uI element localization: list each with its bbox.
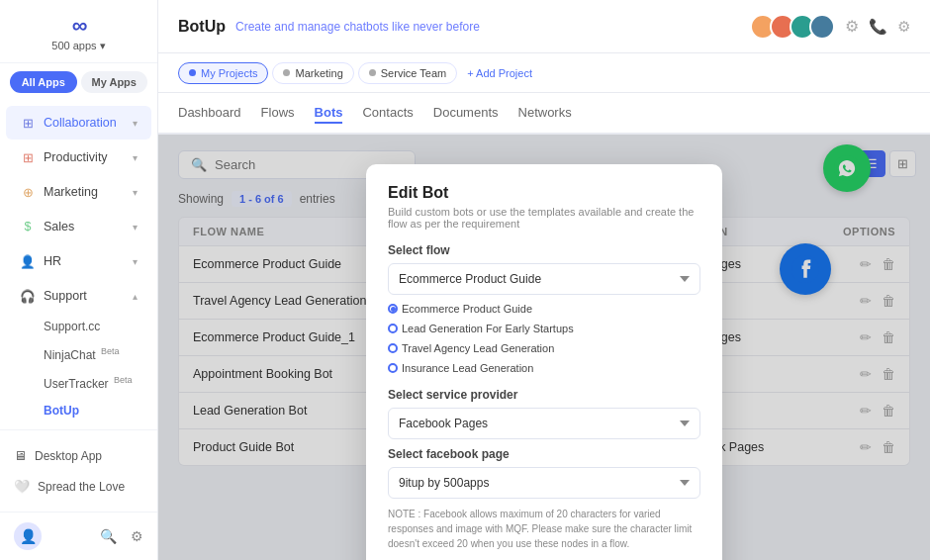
- main-nav-tabs: Dashboard Flows Bots Contacts Documents …: [158, 93, 930, 135]
- grid-icon: ⊞: [20, 149, 36, 165]
- dollar-icon: $: [20, 219, 36, 234]
- apps-dropdown[interactable]: 500 apps ▾: [51, 40, 105, 52]
- sidebar-item-label: Support: [44, 289, 125, 303]
- grid-icon: ⊞: [20, 115, 36, 131]
- beta-badge: Beta: [114, 375, 133, 385]
- headset-icon: 🎧: [20, 288, 36, 304]
- modal-overlay: Edit Bot Build custom bots or use the te…: [158, 135, 930, 560]
- sidebar-item-label: Productivity: [44, 150, 125, 164]
- project-tab-serviceteam[interactable]: Service Team: [358, 62, 457, 84]
- support-submenu: Support.cc NinjaChat Beta UserTracker Be…: [0, 314, 157, 423]
- sidebar-item-hr[interactable]: 👤 HR ▾: [6, 244, 151, 278]
- sidebar-item-botup[interactable]: BotUp: [34, 398, 151, 423]
- all-apps-tab[interactable]: All Apps: [10, 71, 77, 93]
- tab-dashboard[interactable]: Dashboard: [178, 105, 241, 124]
- modal-note: NOTE : Facebook allows maximum of 20 cha…: [388, 507, 700, 551]
- radio-option-1[interactable]: Lead Generation For Early Startups: [388, 323, 574, 334]
- person-icon: 👤: [20, 253, 36, 269]
- sidebar-item-collaboration[interactable]: ⊞ Collaboration ▾: [6, 106, 151, 140]
- monitor-icon: 🖥: [14, 448, 27, 463]
- sidebar-item-sales[interactable]: $ Sales ▾: [6, 210, 151, 243]
- sidebar-item-ninjachat[interactable]: NinjaChat Beta: [34, 340, 151, 368]
- tab-documents[interactable]: Documents: [433, 105, 499, 124]
- search-footer-icon[interactable]: 🔍: [100, 528, 117, 544]
- logo-icon: ∞: [61, 16, 97, 36]
- tab-dot: [369, 69, 376, 76]
- radio-dot: [388, 324, 398, 333]
- chevron-icon: ▾: [133, 256, 138, 267]
- sidebar-item-label: Collaboration: [44, 116, 125, 130]
- modal-subtitle: Build custom bots or use the templates a…: [388, 206, 700, 230]
- tab-contacts[interactable]: Contacts: [362, 105, 413, 124]
- chevron-icon: ▴: [133, 291, 138, 302]
- sidebar: ∞ 500 apps ▾ All Apps My Apps ⊞ Collabor…: [0, 0, 158, 560]
- select-flow-label: Select flow: [388, 243, 700, 257]
- logo-symbol: ∞: [72, 13, 86, 39]
- bots-content: ☰ ⊞ 🔍 Showing 1 - 6 of 6 entries FLOW NA…: [158, 135, 930, 560]
- tab-bots[interactable]: Bots: [315, 105, 343, 124]
- spread-love-label: Spread the Love: [38, 480, 125, 494]
- select-fb-label: Select facebook page: [388, 447, 700, 461]
- tab-flows[interactable]: Flows: [261, 105, 295, 124]
- desktop-label: Desktop App: [35, 449, 102, 463]
- radio-dot: [388, 304, 398, 314]
- select-flow-dropdown[interactable]: Ecommerce Product Guide: [388, 263, 700, 295]
- avatar: [809, 14, 835, 40]
- radio-dot: [388, 363, 398, 373]
- sidebar-item-productivity[interactable]: ⊞ Productivity ▾: [6, 140, 151, 174]
- logo-area: ∞ 500 apps ▾: [0, 0, 157, 63]
- radio-dot: [388, 343, 398, 353]
- heart-icon: 🤍: [14, 479, 30, 494]
- select-provider-label: Select service provider: [388, 388, 700, 402]
- radio-option-0[interactable]: Ecommerce Product Guide: [388, 303, 532, 315]
- sidebar-nav: ⊞ Collaboration ▾ ⊞ Productivity ▾ ⊕ Mar…: [0, 101, 157, 429]
- project-tab-marketing[interactable]: Marketing: [272, 62, 353, 84]
- app-title: BotUp: [178, 18, 226, 36]
- sidebar-footer-items: 🖥 Desktop App 🤍 Spread the Love: [0, 429, 157, 512]
- tab-networks[interactable]: Networks: [518, 105, 572, 124]
- tag-icon: ⊕: [20, 184, 36, 200]
- sidebar-item-label: Sales: [44, 220, 125, 233]
- project-tabs-bar: My Projects Marketing Service Team + Add…: [158, 53, 930, 93]
- user-avatar[interactable]: 👤: [14, 522, 42, 550]
- project-tab-myprojects[interactable]: My Projects: [178, 62, 268, 84]
- gear-icon[interactable]: ⚙: [897, 18, 910, 36]
- sidebar-item-label: HR: [44, 254, 125, 268]
- my-apps-tab[interactable]: My Apps: [81, 71, 148, 93]
- main-content: BotUp Create and manage chatbots like ne…: [158, 0, 930, 560]
- tab-dot: [189, 69, 196, 76]
- chevron-icon: ▾: [133, 187, 138, 198]
- phone-icon[interactable]: 📞: [869, 18, 887, 36]
- edit-bot-modal: Edit Bot Build custom bots or use the te…: [366, 164, 722, 560]
- sidebar-item-label: Marketing: [44, 185, 125, 199]
- add-project-button[interactable]: + Add Project: [467, 67, 532, 79]
- sidebar-user-footer: 👤 🔍 ⚙: [0, 512, 157, 560]
- radio-option-3[interactable]: Insurance Lead Generation: [388, 362, 533, 374]
- sidebar-tabs: All Apps My Apps: [0, 63, 157, 101]
- team-avatars: [750, 14, 835, 40]
- app-subtitle: Create and manage chatbots like never be…: [235, 20, 480, 34]
- chevron-icon: ▾: [133, 222, 138, 233]
- chevron-icon: ▾: [133, 152, 138, 163]
- radio-option-2[interactable]: Travel Agency Lead Generation: [388, 342, 554, 354]
- flow-radio-group: Ecommerce Product Guide Lead Generation …: [388, 303, 700, 374]
- modal-title: Edit Bot: [388, 184, 700, 202]
- app-header: BotUp Create and manage chatbots like ne…: [158, 0, 930, 53]
- more-options-icon[interactable]: ⚙: [845, 17, 859, 36]
- sidebar-item-marketing[interactable]: ⊕ Marketing ▾: [6, 175, 151, 209]
- select-fb-dropdown[interactable]: 9itup by 500apps: [388, 467, 700, 499]
- sidebar-item-support[interactable]: 🎧 Support ▴: [6, 279, 151, 313]
- beta-badge: Beta: [101, 346, 120, 356]
- sidebar-item-supportcc[interactable]: Support.cc: [34, 314, 151, 339]
- tab-dot: [283, 69, 290, 76]
- sidebar-item-desktop[interactable]: 🖥 Desktop App: [0, 440, 157, 471]
- settings-icon[interactable]: ⚙: [131, 528, 143, 544]
- sidebar-item-usertracker[interactable]: UserTracker Beta: [34, 369, 151, 397]
- sidebar-item-spread-love[interactable]: 🤍 Spread the Love: [0, 471, 157, 502]
- chevron-icon: ▾: [133, 118, 138, 129]
- select-provider-dropdown[interactable]: Facebook Pages: [388, 408, 700, 439]
